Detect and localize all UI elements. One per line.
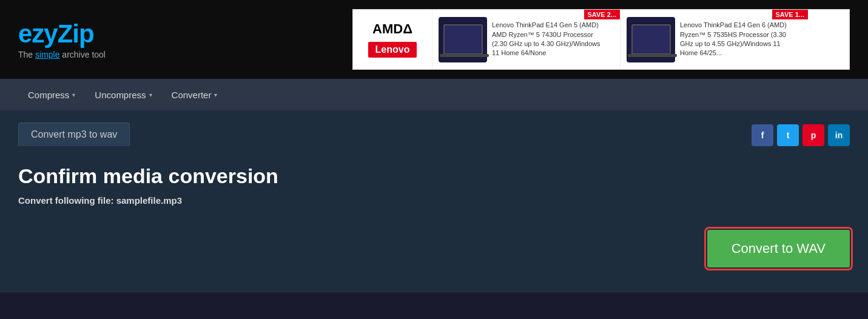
header: ezyZip The simple archive tool AMDΔ Leno… bbox=[0, 0, 868, 79]
twitter-share-button[interactable]: t bbox=[777, 124, 799, 146]
nav-converter[interactable]: Converter ▾ bbox=[162, 79, 227, 110]
amd-logo: AMDΔ bbox=[372, 21, 412, 37]
ad-product-1: SAVE 2... Lenovo ThinkPad E14 Gen 5 (AMD… bbox=[432, 10, 620, 69]
facebook-share-button[interactable]: f bbox=[752, 124, 773, 146]
ad-brand: AMDΔ Lenovo bbox=[353, 10, 432, 69]
social-icons: f t p in bbox=[752, 124, 850, 146]
save-badge-1: SAVE 2... bbox=[584, 10, 620, 19]
laptop-image-2 bbox=[627, 17, 675, 62]
logo-area: ezyZip The simple archive tool bbox=[18, 19, 140, 59]
page-tab: Convert mp3 to wav bbox=[18, 123, 130, 146]
logo-tagline: The simple archive tool bbox=[18, 50, 140, 59]
ad-product-text-2: Lenovo ThinkPad E14 Gen 6 (AMD) Ryzen™ 5… bbox=[675, 21, 796, 58]
ad-product-2: SAVE 1... Lenovo ThinkPad E14 Gen 6 (AMD… bbox=[620, 10, 808, 69]
nav-uncompress[interactable]: Uncompress ▾ bbox=[85, 79, 161, 110]
page-title: Confirm media conversion bbox=[18, 164, 850, 188]
laptop-shape-2 bbox=[631, 24, 671, 55]
tagline-prefix: The bbox=[18, 50, 35, 59]
linkedin-share-button[interactable]: in bbox=[828, 124, 850, 146]
nav-compress[interactable]: Compress ▾ bbox=[18, 79, 85, 110]
tab-header: Convert mp3 to wav f t p in bbox=[18, 110, 850, 146]
tagline-suffix: archive tool bbox=[59, 50, 105, 59]
lenovo-logo: Lenovo bbox=[368, 42, 417, 58]
logo-zip: Zip bbox=[58, 19, 94, 48]
navbar: Compress ▾ Uncompress ▾ Converter ▾ bbox=[0, 79, 868, 110]
logo: ezyZip bbox=[18, 19, 140, 49]
laptop-image-1 bbox=[439, 17, 487, 62]
file-info: Convert following file: samplefile.mp3 bbox=[18, 195, 850, 206]
logo-ezy: ezy bbox=[18, 19, 58, 48]
laptop-shape-1 bbox=[443, 24, 483, 55]
ad-banner: AMDΔ Lenovo SAVE 2... Lenovo ThinkPad E1… bbox=[352, 9, 850, 70]
pinterest-share-button[interactable]: p bbox=[802, 124, 824, 146]
tagline-simple: simple bbox=[35, 50, 59, 59]
main-content: Convert mp3 to wav f t p in Confirm medi… bbox=[0, 110, 868, 292]
convert-to-wav-button[interactable]: Convert to WAV bbox=[707, 230, 850, 267]
uncompress-chevron-icon: ▾ bbox=[149, 92, 152, 98]
content-area: Confirm media conversion Convert followi… bbox=[18, 158, 850, 274]
converter-chevron-icon: ▾ bbox=[214, 92, 217, 98]
ad-product-text-1: Lenovo ThinkPad E14 Gen 5 (AMD) AMD Ryze… bbox=[487, 21, 608, 58]
convert-row: Convert to WAV bbox=[18, 230, 850, 267]
save-badge-2: SAVE 1... bbox=[772, 10, 808, 19]
compress-chevron-icon: ▾ bbox=[72, 92, 75, 98]
